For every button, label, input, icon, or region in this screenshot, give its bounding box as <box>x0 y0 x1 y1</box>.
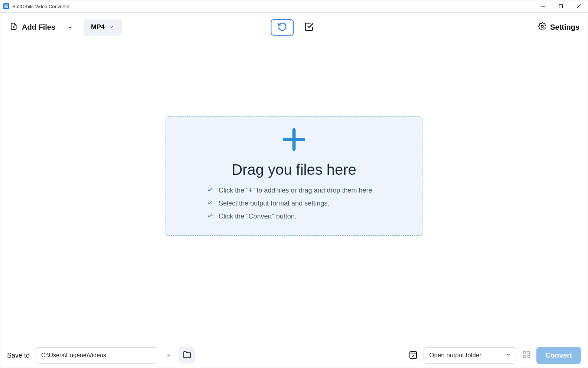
step-item: Click the "Convert" button. <box>207 212 411 221</box>
browse-folder-button[interactable] <box>179 347 195 364</box>
drop-zone-title: Drag you files here <box>232 161 356 178</box>
schedule-button[interactable] <box>409 350 418 361</box>
drop-zone[interactable]: Drag you files here Click the "+" to add… <box>166 116 422 236</box>
check-icon <box>207 199 213 208</box>
step-text: Click the "+" to add files or drag and d… <box>219 187 374 194</box>
grid-view-button[interactable] <box>522 351 530 360</box>
refresh-icon <box>277 22 287 33</box>
file-plus-icon <box>10 23 17 32</box>
calendar-icon <box>409 350 418 361</box>
toolbar: Add Files MP4 Settings <box>0 13 588 42</box>
format-label: MP4 <box>91 23 105 31</box>
svg-rect-13 <box>523 352 526 354</box>
chevron-down-icon <box>109 23 114 31</box>
save-to-label: Save to <box>7 352 30 359</box>
settings-button[interactable]: Settings <box>538 22 579 32</box>
step-text: Select the output format and settings. <box>219 200 329 207</box>
check-square-icon <box>304 22 314 33</box>
step-text: Click the "Convert" button. <box>219 213 297 220</box>
svg-rect-9 <box>410 352 416 358</box>
app-icon <box>3 3 9 9</box>
gear-icon <box>538 22 546 32</box>
title-bar: SoftOrbits Video Converter <box>0 0 588 13</box>
svg-rect-1 <box>559 5 563 8</box>
plus-icon <box>281 126 307 154</box>
format-button[interactable]: MP4 <box>84 19 122 36</box>
add-files-label: Add Files <box>22 23 55 32</box>
add-files-dropdown[interactable] <box>67 24 73 30</box>
minimize-button[interactable] <box>534 0 552 13</box>
step-item: Select the output format and settings. <box>207 199 411 208</box>
maximize-button[interactable] <box>552 0 570 13</box>
svg-rect-16 <box>523 355 526 358</box>
steps-list: Click the "+" to add files or drag and d… <box>177 186 411 225</box>
convert-label: Convert <box>545 351 572 359</box>
center-actions <box>271 19 314 36</box>
open-output-dropdown[interactable]: Open output folder <box>424 347 516 364</box>
refresh-button[interactable] <box>271 19 294 36</box>
grid-icon <box>522 354 530 360</box>
main-area: Drag you files here Click the "+" to add… <box>0 42 588 342</box>
open-output-label: Open output folder <box>429 352 481 359</box>
check-icon <box>207 212 213 221</box>
window-title: SoftOrbits Video Converter <box>12 4 70 9</box>
svg-rect-15 <box>527 355 529 358</box>
convert-button[interactable]: Convert <box>536 347 581 364</box>
bottom-right: Open output folder Convert <box>409 347 581 364</box>
bottom-bar: Save to Open output folder Convert <box>0 342 588 368</box>
check-icon <box>207 186 213 195</box>
save-path-input[interactable] <box>36 347 158 364</box>
step-item: Click the "+" to add files or drag and d… <box>207 186 411 195</box>
window-controls <box>534 0 588 13</box>
chevron-down-icon <box>506 352 511 359</box>
check-square-button[interactable] <box>304 22 314 33</box>
folder-icon <box>183 351 191 360</box>
save-path-dropdown[interactable] <box>162 347 175 364</box>
close-button[interactable] <box>570 0 588 13</box>
svg-rect-14 <box>527 352 529 354</box>
svg-point-6 <box>541 25 543 27</box>
add-files-button[interactable]: Add Files <box>9 20 57 35</box>
settings-label: Settings <box>550 23 579 32</box>
